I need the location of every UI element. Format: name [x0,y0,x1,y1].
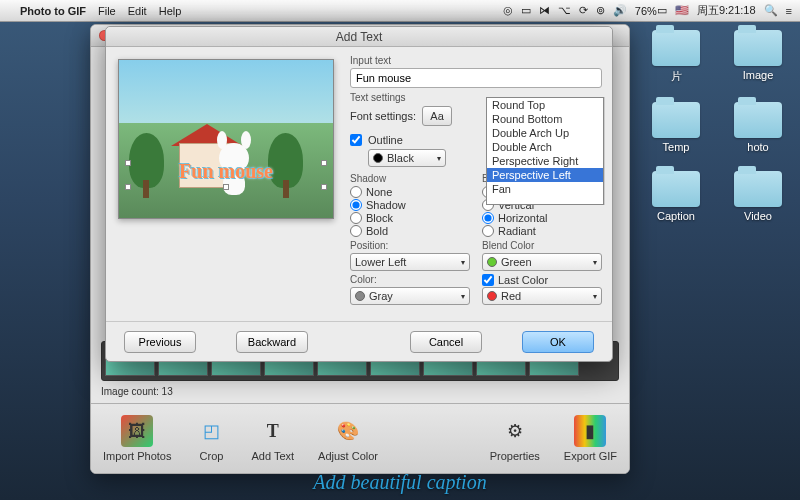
outline-label: Outline [368,134,403,146]
shadow-color-label: Color: [350,274,470,285]
last-color-checkbox[interactable]: Last Color [482,274,602,286]
font-picker-button[interactable]: Aa [422,106,452,126]
bluetooth-icon[interactable]: ⧒ [539,4,550,17]
folder-icon [652,102,700,138]
battery-status[interactable]: 76%▭ [635,4,667,17]
shadow-position-dropdown[interactable]: Lower Left▾ [350,253,470,271]
adjust-color-button[interactable]: 🎨Adjust Color [318,415,378,462]
shape-option[interactable]: Double Arch Up [487,126,603,140]
folder-icon [652,171,700,207]
preview-caption-text: Fun mouse [119,160,333,183]
desktop-folder[interactable]: Caption [644,171,708,222]
swatch-icon [355,291,365,301]
dialog-buttons: Previous Backward Cancel OK [106,321,612,361]
dialog-title: Add Text [106,27,612,47]
crop-button[interactable]: ◰Crop [195,415,227,462]
outline-checkbox[interactable] [350,134,362,146]
spotlight-icon[interactable]: 🔍 [764,4,778,17]
desktop-folder[interactable]: Temp [644,102,708,153]
menu-edit[interactable]: Edit [128,5,147,17]
resize-handle[interactable] [125,184,131,190]
app-name[interactable]: Photo to GIF [20,5,86,17]
input-text-label: Input text [350,55,602,66]
last-color-dropdown[interactable]: Red▾ [482,287,602,305]
outline-color-dropdown[interactable]: Black ▾ [368,149,446,167]
gear-icon: ⚙ [499,415,531,447]
add-text-dialog: Add Text Fun mouse Input text Text setti… [105,26,613,362]
menubar: Photo to GIF File Edit Help ◎ ▭ ⧒ ⌥ ⟳ ⊚ … [0,0,800,22]
blend-radio-radiant[interactable]: Radiant [482,225,602,237]
blend-color-dropdown[interactable]: Green▾ [482,253,602,271]
image-count-label: Image count: 13 [101,386,173,397]
tagline: Add beautiful caption [0,471,800,494]
desktop-folder[interactable]: Image [726,30,790,84]
shadow-radio-shadow[interactable]: Shadow [350,199,470,211]
shape-option[interactable]: Round Top [487,98,603,112]
volume-icon[interactable]: 🔊 [613,4,627,17]
font-settings-label: Font settings: [350,110,416,122]
preview-image[interactable]: Fun mouse [118,59,334,219]
palette-icon: 🎨 [332,415,364,447]
swatch-icon [487,291,497,301]
desktop-folder[interactable]: Video [726,171,790,222]
status-icon[interactable]: ◎ [503,4,513,17]
previous-button[interactable]: Previous [124,331,196,353]
settings-pane: Input text Text settings Font settings: … [346,47,612,321]
folder-icon [652,30,700,66]
backward-button[interactable]: Backward [236,331,308,353]
clock[interactable]: 周五9:21:18 [697,3,756,18]
crop-icon: ◰ [195,415,227,447]
display-icon[interactable]: ▭ [521,4,531,17]
shadow-radio-bold[interactable]: Bold [350,225,470,237]
resize-handle[interactable] [321,184,327,190]
wifi-icon[interactable]: ⊚ [596,4,605,17]
shadow-radio-block[interactable]: Block [350,212,470,224]
resize-handle[interactable] [125,160,131,166]
blend-radio-horizontal[interactable]: Horizontal [482,212,602,224]
shape-option[interactable]: Perspective Left [487,168,603,182]
swatch-icon [487,257,497,267]
text-icon: T [257,415,289,447]
input-flag[interactable]: 🇺🇸 [675,4,689,17]
sync-icon[interactable]: ⟳ [579,4,588,17]
desktop-folder[interactable]: hoto [726,102,790,153]
input-text-field[interactable] [350,68,602,88]
swatch-icon [373,153,383,163]
shape-option[interactable]: Fan [487,182,603,196]
shape-option[interactable]: Double Arch [487,140,603,154]
blend-color-label: Blend Color [482,240,602,251]
properties-button[interactable]: ⚙Properties [490,415,540,462]
folder-icon [734,102,782,138]
menu-help[interactable]: Help [159,5,182,17]
notifications-icon[interactable]: ≡ [786,5,792,17]
shadow-group-label: Shadow [350,173,470,184]
toolbar: 🖼Import Photos ◰Crop TAdd Text 🎨Adjust C… [91,403,629,473]
resize-handle[interactable] [223,184,229,190]
preview-pane: Fun mouse [106,47,346,321]
shadow-radio-none[interactable]: None [350,186,470,198]
import-icon: 🖼 [121,415,153,447]
export-gif-button[interactable]: ▮Export GIF [564,415,617,462]
cancel-button[interactable]: Cancel [410,331,482,353]
shadow-position-label: Position: [350,240,470,251]
menu-file[interactable]: File [98,5,116,17]
ok-button[interactable]: OK [522,331,594,353]
folder-icon [734,171,782,207]
desktop-folders: 片 Image Temp hoto Caption Video [644,30,790,222]
shape-listbox[interactable]: Round Top Round Bottom Double Arch Up Do… [486,97,604,205]
import-photos-button[interactable]: 🖼Import Photos [103,415,171,462]
shape-option[interactable]: Perspective Right [487,154,603,168]
desktop-folder[interactable]: 片 [644,30,708,84]
add-text-button[interactable]: TAdd Text [251,415,294,462]
keyboard-icon[interactable]: ⌥ [558,4,571,17]
shadow-color-dropdown[interactable]: Gray▾ [350,287,470,305]
resize-handle[interactable] [321,160,327,166]
folder-icon [734,30,782,66]
export-icon: ▮ [574,415,606,447]
shape-option[interactable]: Round Bottom [487,112,603,126]
